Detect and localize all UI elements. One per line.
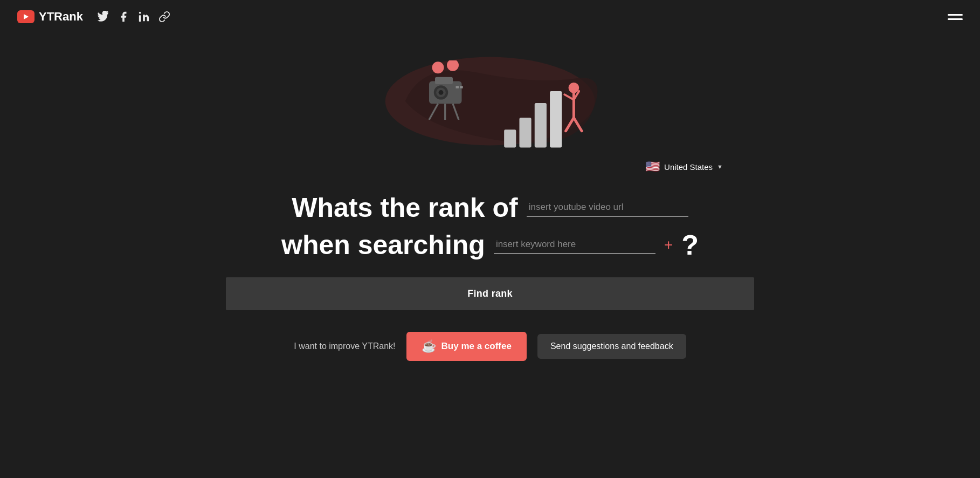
camera-illustration	[420, 60, 474, 120]
svg-point-2	[139, 12, 141, 14]
rank-line: Whats the rank of	[292, 192, 688, 223]
find-rank-button[interactable]: Find rank	[226, 277, 754, 310]
chevron-down-icon: ▼	[717, 163, 723, 170]
search-label: when searching	[281, 229, 485, 261]
bottom-actions: I want to improve YTRank! ☕ Buy me a cof…	[294, 332, 686, 361]
svg-rect-1	[139, 15, 141, 22]
play-icon	[22, 13, 30, 21]
logo-icon	[17, 10, 34, 23]
improve-text: I want to improve YTRank!	[294, 342, 395, 351]
navbar: YTRank	[0, 0, 980, 33]
linkedin-icon[interactable]	[138, 11, 150, 23]
flag-emoji: 🇺🇸	[645, 160, 660, 174]
svg-line-25	[574, 118, 582, 131]
social-icons	[97, 11, 170, 23]
svg-marker-0	[24, 14, 29, 19]
url-input[interactable]	[527, 199, 688, 217]
country-container: 🇺🇸 United States ▼	[113, 158, 867, 176]
svg-line-15	[453, 104, 459, 120]
hero-illustration	[377, 39, 603, 152]
keyword-input[interactable]	[494, 236, 655, 254]
svg-point-20	[569, 83, 579, 93]
svg-line-24	[566, 118, 574, 131]
hamburger-menu[interactable]	[948, 14, 963, 20]
svg-rect-16	[504, 129, 516, 147]
svg-rect-12	[460, 86, 463, 88]
main-content: 🇺🇸 United States ▼ Whats the rank of whe…	[0, 33, 980, 361]
svg-point-10	[439, 90, 444, 95]
svg-point-4	[432, 62, 444, 73]
buy-coffee-label: Buy me a coffee	[441, 341, 512, 352]
twitter-icon[interactable]	[97, 11, 109, 23]
country-name: United States	[664, 162, 713, 172]
svg-rect-18	[535, 103, 547, 147]
logo-text: YTRank	[39, 10, 83, 24]
facebook-icon[interactable]	[118, 11, 129, 23]
svg-point-5	[447, 60, 459, 71]
barchart-illustration	[501, 79, 587, 149]
question-mark: ?	[681, 229, 699, 261]
link-icon[interactable]	[158, 11, 170, 23]
svg-rect-7	[435, 77, 453, 84]
feedback-button[interactable]: Send suggestions and feedback	[537, 334, 686, 359]
add-keyword-icon[interactable]: +	[664, 237, 673, 252]
svg-line-13	[429, 104, 438, 120]
svg-rect-11	[456, 86, 459, 88]
svg-line-22	[564, 94, 574, 100]
svg-rect-19	[550, 91, 562, 148]
buy-coffee-button[interactable]: ☕ Buy me a coffee	[406, 332, 527, 361]
coffee-icon: ☕	[422, 339, 436, 353]
rank-label: Whats the rank of	[292, 192, 517, 223]
svg-rect-17	[519, 118, 531, 147]
search-line: when searching + ?	[281, 229, 699, 261]
navbar-left: YTRank	[17, 10, 170, 24]
logo[interactable]: YTRank	[17, 10, 83, 24]
country-selector[interactable]: 🇺🇸 United States ▼	[641, 158, 727, 176]
